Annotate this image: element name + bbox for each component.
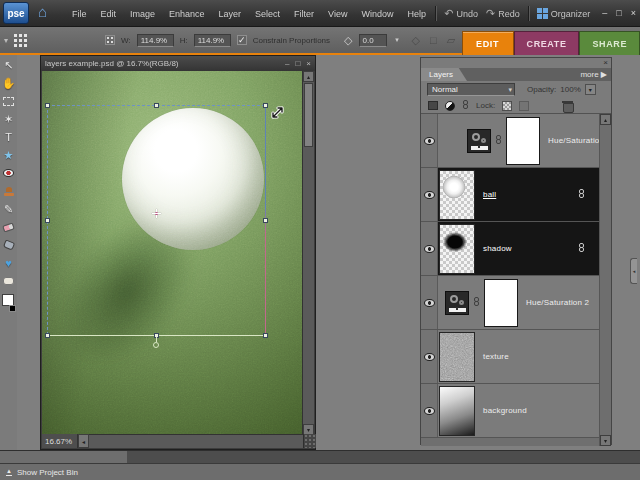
lock-all-button[interactable] — [519, 101, 529, 111]
layer-row-hue-saturation-1[interactable]: Hue/Saturation 1 — [421, 114, 599, 168]
eye-icon[interactable] — [424, 137, 435, 145]
opacity-value[interactable]: 100% — [560, 85, 580, 94]
transform-handle-bottom-left[interactable] — [45, 333, 50, 338]
new-adjustment-layer-button[interactable] — [445, 101, 455, 111]
eye-icon[interactable] — [424, 353, 435, 361]
menu-enhance[interactable]: Enhance — [169, 9, 205, 19]
doc-minimize-button[interactable]: – — [285, 59, 289, 68]
palette-titlebar[interactable]: × — [421, 58, 611, 68]
sponge-tool[interactable] — [1, 274, 16, 288]
clone-stamp-tool[interactable] — [1, 184, 16, 198]
zoom-field-button[interactable]: ◂ — [78, 434, 89, 448]
eye-icon[interactable] — [424, 299, 435, 307]
link-layers-icon[interactable] — [462, 100, 469, 111]
skew-mode-icon[interactable]: ▱ — [447, 34, 455, 47]
transform-handle-middle-left[interactable] — [45, 218, 50, 223]
transform-handle-top-right[interactable] — [263, 103, 268, 108]
menu-image[interactable]: Image — [130, 9, 155, 19]
eye-icon[interactable] — [424, 245, 435, 253]
layer-thumbnail[interactable] — [439, 332, 475, 382]
eraser-tool[interactable] — [1, 220, 16, 234]
width-input[interactable]: 114.9% — [137, 34, 174, 47]
menu-filter[interactable]: Filter — [294, 9, 314, 19]
document-titlebar[interactable]: layers example.psd @ 16.7%(RGB/8) – □ × — [41, 56, 315, 71]
horizontal-scrollbar[interactable] — [89, 434, 303, 448]
delete-layer-button[interactable] — [562, 100, 573, 112]
transform-handle-middle-right[interactable] — [263, 218, 268, 223]
constrain-checkbox[interactable]: ✓ — [237, 35, 247, 45]
menu-select[interactable]: Select — [255, 9, 280, 19]
palette-scrollbar[interactable]: ▴ ▾ — [599, 114, 611, 446]
doc-maximize-button[interactable]: □ — [295, 59, 300, 68]
layers-tab[interactable]: Layers — [421, 68, 467, 81]
more-menu-button[interactable]: more ▶ — [580, 70, 607, 81]
angle-input[interactable]: 0.0 — [359, 34, 387, 47]
angle-dropdown-icon[interactable]: ▾ — [393, 34, 402, 47]
opacity-dropdown-button[interactable]: ▾ — [585, 84, 596, 95]
vertical-scroll-thumb[interactable] — [304, 83, 313, 147]
shape-tool[interactable]: ♥ — [1, 256, 16, 270]
minimize-button[interactable]: – — [602, 9, 607, 18]
brush-tool[interactable]: ✎ — [1, 202, 16, 216]
paint-bucket-tool[interactable] — [1, 238, 16, 252]
eye-icon[interactable] — [424, 407, 435, 415]
palette-bin-gripper[interactable]: ◂ — [630, 258, 637, 284]
palette-close-icon[interactable]: × — [603, 59, 608, 67]
grid-icon[interactable] — [14, 34, 27, 47]
tab-share[interactable]: SHARE — [579, 31, 640, 55]
layer-thumbnail[interactable] — [439, 224, 475, 274]
undo-button[interactable]: ↶ Undo — [444, 8, 478, 19]
layer-row-hue-saturation-2[interactable]: Hue/Saturation 2 — [421, 276, 599, 330]
layer-thumbnail[interactable] — [439, 386, 475, 436]
palette-scroll-up[interactable]: ▴ — [600, 114, 611, 125]
project-bin-toggle-icon[interactable]: ▲ — [6, 468, 12, 476]
canvas[interactable] — [42, 71, 304, 435]
maximize-button[interactable]: □ — [616, 9, 621, 18]
transform-handle-top-left[interactable] — [45, 103, 50, 108]
menu-layer[interactable]: Layer — [219, 9, 242, 19]
layer-thumbnail[interactable] — [439, 170, 475, 220]
vertical-scrollbar[interactable]: ▴ ▾ — [302, 71, 314, 435]
transform-handle-top-center[interactable] — [154, 103, 159, 108]
rotate-handle[interactable] — [153, 342, 159, 348]
palette-scroll-down[interactable]: ▾ — [600, 435, 611, 446]
show-project-bin-label[interactable]: Show Project Bin — [17, 468, 78, 477]
layer-row-ball[interactable]: ball — [421, 168, 599, 222]
type-tool[interactable]: T — [1, 130, 16, 144]
scale-mode-icon[interactable]: □ — [430, 34, 437, 46]
doc-close-button[interactable]: × — [306, 59, 311, 68]
rotate-mode-icon[interactable]: ◇ — [412, 34, 420, 47]
menu-edit[interactable]: Edit — [101, 9, 117, 19]
reference-point-icon[interactable] — [105, 35, 115, 45]
close-button[interactable]: × — [631, 9, 636, 18]
move-tool[interactable]: ↖ — [1, 58, 16, 72]
menu-help[interactable]: Help — [407, 9, 426, 19]
hand-tool[interactable]: ✋ — [1, 76, 16, 90]
toolbox-dropdown-icon[interactable]: ▾ — [4, 36, 8, 45]
layer-row-background[interactable]: background — [421, 384, 599, 438]
menu-file[interactable]: File — [72, 9, 87, 19]
layer-row-shadow[interactable]: shadow — [421, 222, 599, 276]
transform-handle-bottom-right[interactable] — [263, 333, 268, 338]
height-input[interactable]: 114.9% — [194, 34, 231, 47]
lock-transparency-button[interactable] — [502, 101, 512, 111]
cookie-cutter-tool[interactable]: ★ — [1, 148, 16, 162]
organizer-button[interactable]: Organizer — [537, 8, 591, 19]
menu-view[interactable]: View — [328, 9, 347, 19]
magic-wand-tool[interactable]: ✶ — [1, 112, 16, 126]
home-icon[interactable]: ⌂ — [38, 4, 47, 19]
background-color-swatch[interactable] — [9, 305, 16, 312]
layer-mask-thumbnail[interactable] — [484, 279, 518, 327]
menu-window[interactable]: Window — [361, 9, 393, 19]
resize-grip[interactable] — [303, 434, 316, 448]
eye-icon[interactable] — [424, 191, 435, 199]
adjustment-thumbnail[interactable] — [445, 291, 469, 315]
new-layer-button[interactable] — [428, 101, 438, 110]
tab-edit[interactable]: EDIT — [462, 31, 514, 55]
redo-button[interactable]: ↷ Redo — [486, 8, 520, 19]
tab-create[interactable]: CREATE — [514, 31, 580, 55]
adjustment-thumbnail[interactable] — [467, 129, 491, 153]
layer-mask-thumbnail[interactable] — [506, 117, 540, 165]
zoom-level-field[interactable]: 16.67% — [42, 434, 78, 448]
red-eye-tool[interactable] — [1, 166, 16, 180]
